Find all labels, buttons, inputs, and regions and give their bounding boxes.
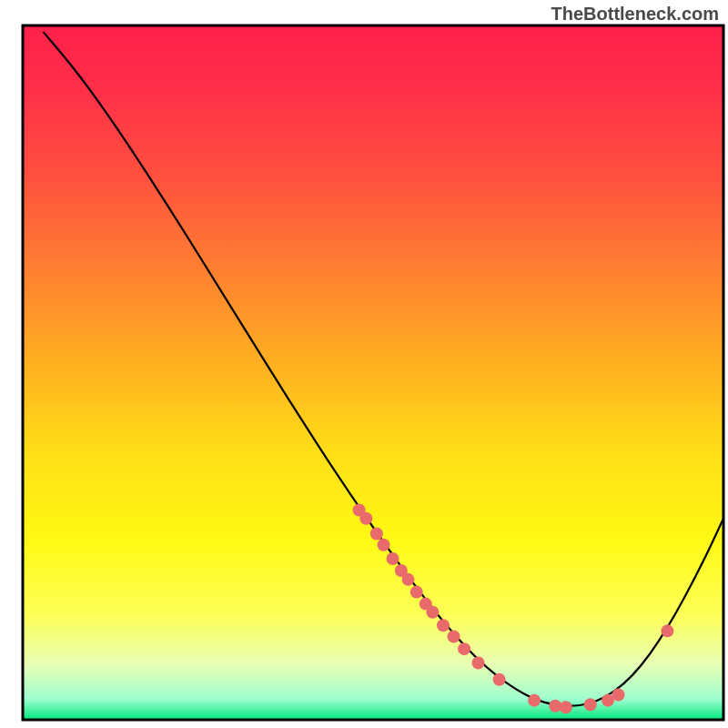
data-marker [661, 624, 673, 637]
plot-area [23, 25, 723, 720]
data-marker [410, 586, 423, 599]
data-marker [378, 539, 390, 551]
watermark-text: TheBottleneck.com [551, 4, 719, 25]
data-marker [584, 698, 597, 711]
data-marker [560, 701, 572, 713]
data-marker [370, 528, 383, 541]
data-marker [528, 694, 541, 707]
data-marker [359, 512, 372, 525]
data-marker [402, 573, 415, 586]
chart-container: { "watermark": "TheBottleneck.com", "cha… [0, 0, 728, 728]
gradient-background [23, 25, 723, 720]
data-marker [426, 606, 439, 619]
bottleneck-chart [0, 0, 728, 728]
data-marker [458, 642, 470, 655]
data-marker [387, 552, 399, 565]
data-marker [472, 656, 485, 669]
data-marker [448, 630, 460, 642]
data-marker [493, 673, 506, 686]
data-marker [612, 689, 625, 702]
data-marker [437, 619, 450, 632]
